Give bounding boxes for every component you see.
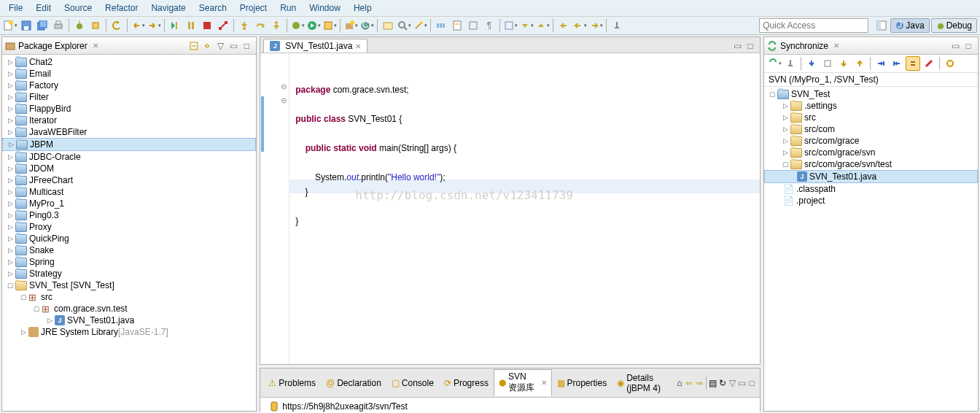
step-return-icon[interactable] [269,18,284,33]
project-item[interactable]: ▷ JDBC-Oracle [2,151,256,163]
sync-folder[interactable]: ▷ src/com/grace [764,135,978,147]
last-edit-icon[interactable] [556,18,571,33]
step-into-icon[interactable] [237,18,252,33]
twisty-icon[interactable]: ▷ [5,128,15,136]
sync-file[interactable]: SVN_Test01.java [764,170,978,183]
library-item[interactable]: ▷ JRE System Library [JavaSE-1.7] [2,326,256,338]
project-item[interactable]: ▷ Iterator [2,115,256,126]
menu-project[interactable]: Project [234,1,273,15]
conflict-icon[interactable] [922,56,936,71]
twisty-icon[interactable]: ▢ [31,305,42,312]
twisty-icon[interactable]: ▷ [5,153,15,161]
build-icon[interactable] [88,18,103,33]
twisty-icon[interactable]: ▷ [18,328,28,336]
twisty-icon[interactable]: ▢ [18,293,28,301]
pin-icon[interactable] [610,18,624,33]
minimize-icon[interactable]: ▭ [949,40,961,52]
new-icon[interactable]: ▾ [3,18,18,33]
project-item[interactable]: ▷ Multicast [2,186,256,198]
twisty-icon[interactable]: ▷ [6,141,16,148]
menu-help[interactable]: Help [348,1,378,15]
project-item[interactable]: ▢ SVN_Test [SVN_Test] [2,279,256,291]
project-item[interactable]: ▷ JFreeChart [2,174,256,186]
outgoing-icon[interactable] [820,56,835,71]
bottom-tab[interactable]: ▦ Properties [552,376,612,390]
project-item[interactable]: ▷ Filter [2,91,256,103]
prev-ann-icon[interactable]: ▾ [535,18,550,33]
debug-run-icon[interactable]: ▾ [290,18,305,33]
menu-run[interactable]: Run [274,1,302,15]
twisty-icon[interactable]: ▷ [5,212,15,219]
minimize-icon[interactable]: ▭ [738,377,747,389]
project-item[interactable]: ▷ Spring [2,256,256,268]
menu-navigate[interactable]: Navigate [145,1,191,15]
annotate-icon[interactable]: ▾ [503,18,518,33]
project-item[interactable]: ▷ FlappyBird [2,103,256,115]
maximize-icon[interactable]: □ [747,377,756,389]
project-item[interactable]: ▷ JBPM [2,138,256,151]
next-ann-icon[interactable]: ▾ [519,18,534,33]
editor-body[interactable]: ⊖ ⊖ package com.grace.svn.test; public c… [260,53,760,364]
project-item[interactable]: ▷ QuickPing [2,233,256,244]
twisty-icon[interactable]: ▷ [780,102,790,109]
step-over-icon[interactable] [253,18,268,33]
perspective-debug[interactable]: Debug [931,18,977,33]
maximize-icon[interactable]: □ [241,40,252,52]
close-icon[interactable]: ✕ [355,42,361,50]
twisty-icon[interactable]: ▷ [5,58,15,66]
perspective-java[interactable]: JJava [890,18,929,33]
bottom-tab[interactable]: ▢ Console [386,376,439,390]
home-icon[interactable]: ⌂ [675,377,684,389]
run-icon[interactable]: ▾ [306,18,321,33]
print-icon[interactable] [51,18,66,33]
layout-icon[interactable]: ▤ [708,377,717,389]
sync-file[interactable]: 📄 .classpath [764,183,978,195]
sync-folder[interactable]: ▷ .settings [764,100,978,112]
pause-icon[interactable] [184,18,198,33]
bottom-tab[interactable]: ⚠ Problems [263,376,321,390]
menu-source[interactable]: Source [58,1,98,15]
close-icon[interactable]: ✕ [833,42,839,50]
twisty-icon[interactable]: ▷ [5,93,15,101]
mark-occur-icon[interactable] [450,18,464,33]
incoming-icon[interactable] [804,56,819,71]
save-all-icon[interactable] [35,18,50,33]
commit-icon[interactable] [874,56,888,71]
twisty-icon[interactable]: ▷ [780,137,790,144]
menu-search[interactable]: Search [193,1,233,15]
run-last-icon[interactable]: ▾ [322,18,337,33]
twisty-icon[interactable]: ▷ [5,70,15,77]
sync-tree[interactable]: ▢ SVN_Test ▷ .settings ▷ src ▷ src/com ▷… [764,87,978,411]
svn-repo-item[interactable]: https://5h9j8h2uxeagit3/svn/Test [266,401,754,412]
up-arrow-icon[interactable] [852,56,867,71]
open-type-icon[interactable] [381,18,395,33]
sync-folder[interactable]: ▷ src/com/grace/svn [764,147,978,158]
twisty-icon[interactable]: ▷ [5,82,15,89]
fwd-icon[interactable]: ⇒ [695,377,704,389]
redo-icon[interactable]: ▾ [147,18,161,33]
java-file-item[interactable]: ▷ SVN_Test01.java [2,314,256,326]
bottom-tab[interactable]: @ Declaration [321,376,386,390]
twisty-icon[interactable]: ▷ [5,200,15,207]
new-package-icon[interactable]: ▾ [343,18,358,33]
wand-icon[interactable]: ▾ [413,18,427,33]
bottom-tab[interactable]: ◉ Details (jBPM 4) [612,371,674,395]
resume-icon[interactable] [168,18,182,33]
refresh-icon[interactable] [943,56,957,71]
toggle-breadcrumb-icon[interactable] [434,18,448,33]
twisty-icon[interactable]: ▷ [5,247,15,254]
minimize-icon[interactable]: ▭ [731,40,743,52]
save-icon[interactable] [19,18,34,33]
view-menu-icon[interactable]: ▽ [728,377,736,389]
twisty-icon[interactable]: ▷ [780,114,790,121]
twisty-icon[interactable]: ▷ [5,235,15,242]
twisty-icon[interactable]: ▷ [44,317,55,324]
sync-folder[interactable]: ▢ src/com/grace/svn/test [764,158,978,170]
project-item[interactable]: ▷ Factory [2,80,256,91]
block-sel-icon[interactable] [466,18,481,33]
twisty-icon[interactable]: ▷ [5,177,15,184]
maximize-icon[interactable]: □ [744,40,756,52]
undo-icon[interactable] [109,18,124,33]
twisty-icon[interactable]: ▷ [5,188,15,196]
sync-file[interactable]: 📄 .project [764,195,978,206]
